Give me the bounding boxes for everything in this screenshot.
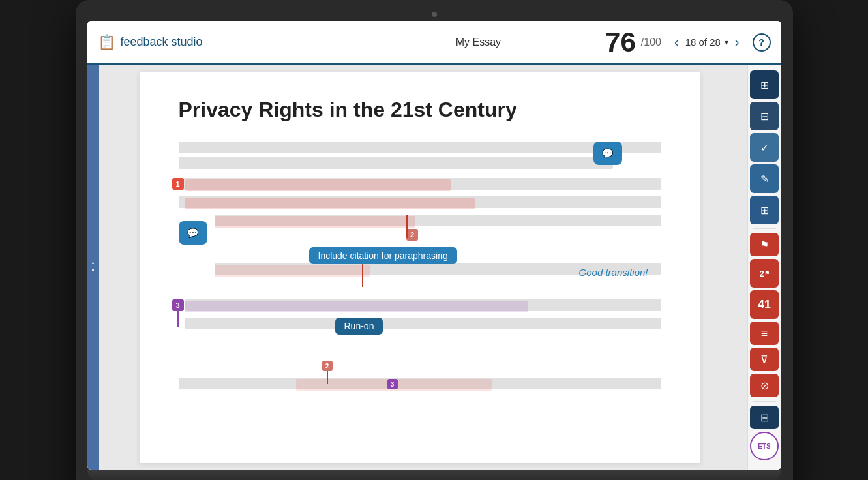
right-toolbar: ⊞ ⊟ ✓ ✎ ⊞ ⚑ 2	[747, 65, 781, 470]
badge-41: 41	[750, 290, 779, 319]
text-row	[179, 378, 661, 392]
flag-button[interactable]: ⚑	[750, 233, 779, 256]
score-value: 76	[605, 29, 636, 56]
app-header: 📋 feedback studio My Essay 76 /100 ‹ 18 …	[87, 21, 781, 65]
text-line-bg	[185, 318, 661, 329]
flag-number-2a: 2	[406, 229, 418, 241]
highlight-pink-2	[215, 265, 371, 277]
comment-icon-2: 💬	[187, 228, 198, 238]
score-denominator: /100	[641, 37, 661, 48]
flag-3b-marker: 3	[387, 379, 398, 389]
filter-button[interactable]: ≡	[750, 322, 779, 345]
main-layout: • • Privacy Rights in the 21st Century 💬	[87, 65, 781, 470]
section-flag1: 1	[179, 178, 661, 211]
collapse-handle[interactable]: • •	[87, 65, 99, 470]
page-indicator: 18 of 28	[685, 37, 721, 48]
help-button[interactable]: ?	[753, 33, 771, 52]
flag-number-2b: 2	[322, 361, 333, 371]
drop-line-red-2	[362, 263, 363, 287]
text-row	[179, 178, 661, 192]
edit-icon: ✎	[760, 173, 769, 185]
comment-bubble-2[interactable]: 💬	[179, 221, 207, 245]
flag-badge-icon: ⚑	[764, 270, 770, 277]
logo-icon: 📋	[98, 34, 115, 51]
flag-icon: ⚑	[760, 239, 769, 251]
edit-button[interactable]: ✎	[750, 164, 779, 193]
flag-2b-marker: 2	[322, 361, 333, 384]
toolbar-divider-1	[753, 228, 776, 229]
badge-2: 2 ⚑	[750, 259, 779, 288]
funnel-button[interactable]: ⊽	[750, 348, 779, 371]
section-1: 💬	[179, 142, 661, 169]
section-flag3: 3 Run-on	[179, 299, 661, 352]
nav-controls: ‹ 18 of 28 ▾ ›	[672, 32, 742, 52]
text-line	[179, 157, 613, 169]
laptop-base	[87, 470, 781, 480]
grid-icon: ⊞	[760, 204, 769, 217]
laptop-shell: 📋 feedback studio My Essay 76 /100 ‹ 18 …	[76, 0, 793, 480]
section-comment-2: 💬	[179, 215, 661, 293]
app-name: feedback studio	[121, 35, 203, 49]
layers-icon: ⊞	[760, 79, 769, 91]
run-on-tooltip[interactable]: Run-on	[335, 318, 383, 335]
check-button[interactable]: ✓	[750, 133, 779, 162]
document-page: Privacy Rights in the 21st Century 💬	[140, 72, 700, 463]
essay-title: Privacy Rights in the 21st Century	[179, 98, 661, 122]
flag-number-1: 1	[172, 178, 184, 190]
camera-dot	[432, 12, 437, 17]
check-icon: ✓	[760, 142, 769, 154]
text-row	[215, 215, 661, 229]
flag-number-3: 3	[172, 299, 184, 311]
text-row	[185, 299, 661, 314]
layers3-button[interactable]: ⊟	[750, 406, 779, 429]
layers-button[interactable]: ⊞	[750, 70, 779, 99]
flag-2b-line	[327, 371, 328, 384]
text-row	[185, 318, 661, 332]
layers3-icon: ⊟	[760, 412, 769, 424]
text-row	[179, 196, 661, 211]
highlight-pink-1	[215, 216, 415, 228]
include-citation-tooltip[interactable]: Include citation for paraphrasing	[309, 247, 457, 264]
layers2-icon: ⊟	[760, 110, 769, 123]
highlight-lavender-1	[185, 301, 528, 312]
comment-icon: 💬	[602, 148, 613, 158]
block-icon: ⊘	[760, 380, 769, 392]
toolbar-divider-2	[753, 401, 776, 402]
section-bottom: 2 3	[179, 361, 661, 393]
ets-badge[interactable]: ETS	[750, 432, 779, 460]
document-area: Privacy Rights in the 21st Century 💬	[99, 65, 747, 470]
laptop-screen: 📋 feedback studio My Essay 76 /100 ‹ 18 …	[87, 21, 781, 470]
grid-button[interactable]: ⊞	[750, 196, 779, 224]
chevron-icon[interactable]: ▾	[725, 38, 728, 47]
prev-page-button[interactable]: ‹	[672, 32, 681, 52]
document-title-header: My Essay	[352, 37, 605, 48]
block-button[interactable]: ⊘	[750, 374, 779, 397]
highlight-red-1	[185, 179, 451, 191]
flag-1-marker: 1	[172, 178, 184, 190]
flag-number-3b: 3	[387, 379, 398, 389]
lines-row: 2	[215, 215, 661, 233]
filter-icon: ≡	[761, 327, 768, 340]
layers2-button[interactable]: ⊟	[750, 102, 779, 130]
next-page-button[interactable]: ›	[732, 32, 742, 52]
flag-3-line	[177, 311, 179, 327]
good-transition-label: Good transition!	[579, 267, 648, 278]
funnel-icon: ⊽	[760, 353, 768, 366]
score-area: 76 /100	[605, 29, 661, 56]
logo-area: 📋 feedback studio	[98, 34, 352, 51]
highlight-red-2	[185, 198, 475, 209]
collapse-dots: • •	[89, 262, 97, 273]
text-line	[179, 142, 661, 153]
flag-3-marker: 3	[172, 299, 184, 327]
flag-2-marker: 2	[406, 229, 418, 241]
comment-bubble-1[interactable]: 💬	[593, 142, 622, 165]
